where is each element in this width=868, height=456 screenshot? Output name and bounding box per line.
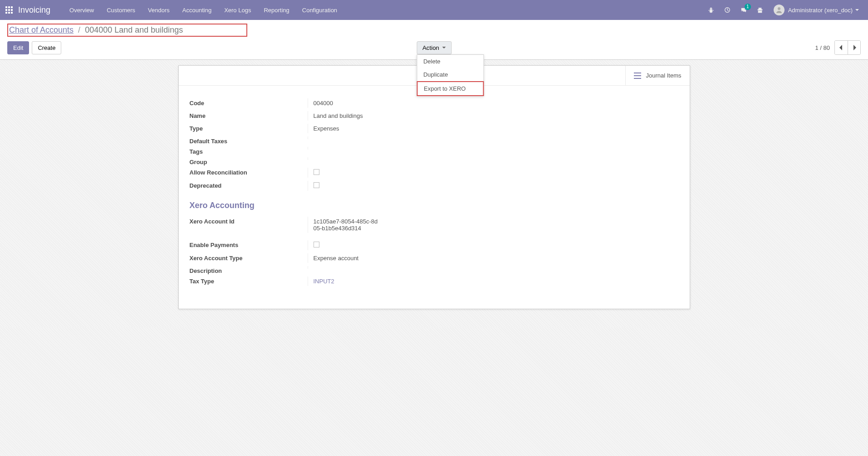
value-xero-account-id: 1c105ae7-8054-485c-8d05-b1b5e436d314: [308, 217, 385, 233]
content: Journal Items Code 004000 Name Land and …: [0, 60, 868, 327]
pager-total: 80: [824, 44, 830, 51]
chevron-down-icon: [855, 9, 859, 11]
breadcrumb-row: Chart of Accounts / 004000 Land and buil…: [7, 20, 861, 37]
label-xero-account-id: Xero Account Id: [190, 217, 308, 226]
control-buttons: Edit Create Action Delete Duplicate Expo…: [7, 37, 861, 59]
pager-nav: [834, 40, 861, 55]
svg-point-10: [778, 7, 780, 10]
svg-rect-11: [634, 73, 641, 73]
conversations-icon[interactable]: 1: [736, 0, 752, 20]
breadcrumb-sep: /: [78, 25, 80, 34]
nav-accounting[interactable]: Accounting: [176, 0, 218, 20]
nav-menu: Overview Customers Vendors Accounting Xe…: [63, 0, 703, 20]
label-default-taxes: Default Taxes: [190, 136, 308, 146]
breadcrumb: Chart of Accounts / 004000 Land and buil…: [9, 25, 183, 34]
svg-rect-0: [5, 6, 7, 8]
checkbox-allow-rec: [314, 169, 319, 175]
control-panel: Chart of Accounts / 004000 Land and buil…: [0, 20, 868, 60]
svg-rect-1: [8, 6, 10, 8]
label-xero-account-type: Xero Account Type: [190, 253, 308, 263]
svg-rect-12: [634, 75, 641, 76]
value-tax-type[interactable]: INPUT2: [314, 278, 334, 285]
user-name: Administrator (xero_doc): [788, 7, 853, 14]
conversations-badge: 1: [745, 4, 751, 10]
edit-button[interactable]: Edit: [7, 41, 29, 54]
svg-rect-2: [11, 6, 13, 8]
xero-section-title: Xero Accounting: [190, 201, 679, 210]
nav-xero-logs[interactable]: Xero Logs: [218, 0, 257, 20]
checkbox-deprecated: [314, 182, 319, 188]
list-icon: [634, 73, 641, 79]
action-label: Action: [422, 44, 439, 51]
create-button[interactable]: Create: [32, 41, 61, 54]
pager-prev[interactable]: [835, 41, 848, 54]
apps-icon[interactable]: [5, 6, 13, 14]
user-menu[interactable]: Administrator (xero_doc): [768, 0, 864, 20]
journal-items-button[interactable]: Journal Items: [625, 66, 689, 85]
label-tags: Tags: [190, 147, 308, 156]
label-type: Type: [190, 124, 308, 133]
label-allow-rec: Allow Reconciliation: [190, 168, 308, 177]
svg-rect-8: [11, 12, 13, 14]
nav-right: 1 Administrator (xero_doc): [703, 0, 864, 20]
action-export-xero[interactable]: Export to XERO: [417, 81, 484, 96]
nav-overview[interactable]: Overview: [63, 0, 100, 20]
svg-rect-3: [5, 9, 7, 11]
value-xero-account-type: Expense account: [308, 253, 434, 263]
journal-items-label: Journal Items: [646, 72, 681, 79]
checkbox-enable-payments: [314, 242, 319, 247]
pager-sep: /: [820, 44, 823, 51]
svg-rect-5: [11, 9, 13, 11]
value-type: Expenses: [308, 124, 434, 133]
pager-next[interactable]: [848, 41, 860, 54]
app-title[interactable]: Invoicing: [18, 5, 50, 15]
label-group: Group: [190, 157, 308, 167]
avatar: [774, 5, 785, 15]
svg-rect-4: [8, 9, 10, 11]
breadcrumb-parent[interactable]: Chart of Accounts: [9, 25, 74, 34]
action-duplicate[interactable]: Duplicate: [417, 68, 483, 81]
nav-configuration[interactable]: Configuration: [296, 0, 343, 20]
label-tax-type: Tax Type: [190, 277, 308, 286]
gift-icon[interactable]: [752, 0, 768, 20]
action-delete[interactable]: Delete: [417, 55, 483, 68]
pager[interactable]: 1 / 80: [815, 44, 830, 51]
top-nav: Invoicing Overview Customers Vendors Acc…: [0, 0, 868, 20]
breadcrumb-highlight: Chart of Accounts / 004000 Land and buil…: [7, 24, 247, 37]
clock-icon[interactable]: [719, 0, 736, 20]
action-dropdown: Delete Duplicate Export to XERO: [417, 54, 484, 96]
nav-vendors[interactable]: Vendors: [142, 0, 176, 20]
value-group: [308, 157, 434, 160]
form-sheet: Journal Items Code 004000 Name Land and …: [178, 65, 690, 309]
svg-rect-13: [634, 78, 641, 79]
action-button[interactable]: Action: [417, 41, 451, 54]
label-name: Name: [190, 111, 308, 121]
sheet-body: Code 004000 Name Land and buildings Type…: [179, 86, 690, 309]
value-description: [308, 266, 434, 269]
label-enable-payments: Enable Payments: [190, 240, 308, 250]
svg-rect-6: [5, 12, 7, 14]
label-description: Description: [190, 266, 308, 276]
value-default-taxes: [308, 136, 434, 139]
svg-rect-7: [8, 12, 10, 14]
chevron-down-icon: [442, 47, 446, 49]
label-deprecated: Deprecated: [190, 181, 308, 190]
bug-icon[interactable]: [703, 0, 719, 20]
breadcrumb-current: 004000 Land and buildings: [85, 25, 183, 34]
nav-customers[interactable]: Customers: [100, 0, 142, 20]
value-code: 004000: [308, 98, 434, 108]
nav-reporting[interactable]: Reporting: [257, 0, 295, 20]
label-code: Code: [190, 98, 308, 108]
pager-current: 1: [815, 44, 818, 51]
value-tags: [308, 147, 434, 150]
value-name: Land and buildings: [308, 111, 434, 121]
